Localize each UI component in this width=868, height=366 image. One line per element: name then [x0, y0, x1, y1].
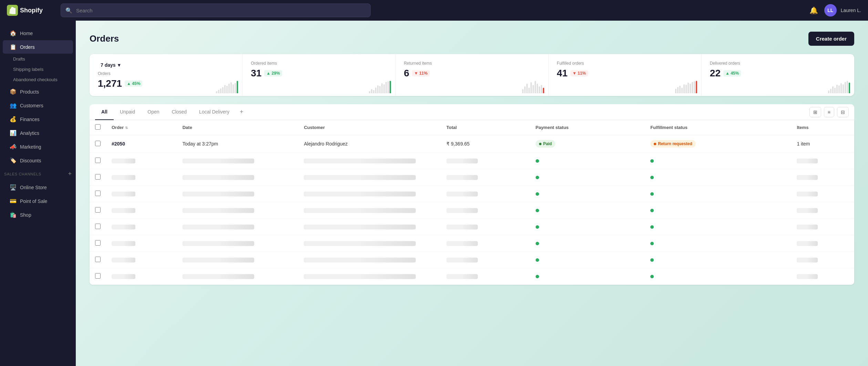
app-logo[interactable]: Shopify — [7, 5, 55, 16]
cell-fulfillment-status — [645, 186, 791, 202]
table-row[interactable]: #2050Today at 3:27pmAlejandro Rodriguez₹… — [90, 135, 854, 153]
sidebar-subitem-shipping-labels[interactable]: Shipping labels — [3, 64, 73, 74]
mini-bar — [696, 81, 697, 93]
orders-table: Order ⇅DateCustomerTotalPayment statusFu… — [90, 120, 854, 285]
cell-date — [177, 169, 299, 186]
chevron-down-icon: ▾ — [118, 62, 120, 68]
sidebar-item-shop[interactable]: 🛍️Shop — [3, 208, 73, 222]
order-link[interactable]: #2050 — [112, 141, 125, 147]
tab-unpaid[interactable]: Unpaid — [114, 104, 141, 120]
main-content: Orders Create order 7 days ▾ Orders 1,27… — [76, 21, 868, 366]
create-order-button[interactable]: Create order — [808, 32, 854, 46]
mini-bar — [685, 85, 687, 93]
table-row[interactable] — [90, 268, 854, 285]
table-row[interactable] — [90, 235, 854, 252]
sales-channels-add-button[interactable]: + — [68, 170, 72, 177]
row-checkbox-cell — [90, 186, 106, 202]
stat-mini-chart — [522, 79, 544, 93]
sidebar: 🏠Home📋OrdersDraftsShipping labelsAbandon… — [0, 21, 76, 366]
cell-customer — [298, 235, 441, 252]
mini-bar — [537, 84, 538, 93]
cell-date: Today at 3:27pm — [177, 135, 299, 153]
discounts-icon: 🏷️ — [10, 157, 17, 164]
column-settings-button[interactable]: ⊟ — [837, 107, 849, 117]
row-checkbox[interactable] — [95, 174, 101, 180]
skeleton-loader — [446, 258, 478, 262]
cell-customer — [298, 186, 441, 202]
mini-bar — [216, 91, 217, 93]
products-icon: 📦 — [10, 88, 17, 95]
skeleton-loader — [797, 258, 817, 262]
sidebar-item-finances[interactable]: 💰Finances — [3, 112, 73, 126]
mini-bar — [541, 85, 542, 93]
mini-bar — [232, 84, 234, 93]
tab-open[interactable]: Open — [141, 104, 165, 120]
sidebar-item-customers[interactable]: 👥Customers — [3, 99, 73, 112]
sidebar-subitem-drafts[interactable]: Drafts — [3, 54, 73, 64]
row-checkbox[interactable] — [95, 240, 101, 246]
sidebar-item-discounts[interactable]: 🏷️Discounts — [3, 154, 73, 167]
topnav-actions: 🔔 LL Lauren L. — [807, 4, 861, 17]
skeleton-loader — [183, 192, 254, 196]
cell-items — [791, 169, 854, 186]
row-checkbox[interactable] — [95, 273, 101, 279]
skeleton-loader — [797, 208, 817, 213]
search-input[interactable] — [61, 3, 371, 17]
cell-order — [106, 186, 177, 202]
sidebar-item-label: Marketing — [20, 144, 41, 150]
sort-button[interactable]: ≡ — [824, 107, 834, 117]
table-row[interactable] — [90, 186, 854, 202]
sidebar-item-label: Customers — [20, 103, 43, 108]
notification-bell-button[interactable]: 🔔 — [807, 4, 820, 17]
fulfillment-status-badge: Return requested — [650, 140, 695, 148]
sidebar-item-orders[interactable]: 📋Orders — [3, 40, 73, 54]
status-dot — [536, 192, 539, 196]
tab-all[interactable]: All — [95, 104, 114, 120]
filter-button[interactable]: ⊞ — [809, 107, 821, 117]
tab-local-delivery[interactable]: Local Delivery — [193, 104, 236, 120]
stat-mini-chart — [216, 79, 238, 93]
cell-customer — [298, 268, 441, 285]
skeleton-loader — [797, 274, 817, 279]
table-row[interactable] — [90, 169, 854, 186]
status-dot — [650, 209, 654, 212]
row-checkbox[interactable] — [95, 207, 101, 213]
sidebar-item-online-store[interactable]: 🖥️Online Store — [3, 181, 73, 194]
row-checkbox[interactable] — [95, 257, 101, 262]
skeleton-loader — [797, 175, 817, 180]
row-checkbox[interactable] — [95, 141, 101, 146]
sidebar-item-products[interactable]: 📦Products — [3, 85, 73, 98]
status-dot — [650, 275, 654, 278]
home-icon: 🏠 — [10, 30, 17, 36]
row-checkbox[interactable] — [95, 191, 101, 196]
skeleton-loader — [797, 192, 817, 196]
stat-mini-chart — [369, 79, 391, 93]
sidebar-item-home[interactable]: 🏠Home — [3, 26, 73, 40]
search-icon: 🔍 — [65, 7, 72, 14]
row-checkbox[interactable] — [95, 224, 101, 229]
table-row[interactable] — [90, 153, 854, 169]
table-row[interactable] — [90, 252, 854, 268]
mini-bar — [836, 85, 838, 93]
sidebar-item-analytics[interactable]: 📊Analytics — [3, 126, 73, 140]
cell-order — [106, 235, 177, 252]
days-selector[interactable]: 7 days ▾ — [98, 61, 123, 69]
select-all-checkbox[interactable] — [95, 124, 101, 130]
table-row[interactable] — [90, 219, 854, 235]
sidebar-subitem-abandoned-checkouts[interactable]: Abandoned checkouts — [3, 75, 73, 85]
sidebar-item-marketing[interactable]: 📣Marketing — [3, 140, 73, 153]
column-header-order[interactable]: Order ⇅ — [106, 120, 177, 135]
user-avatar[interactable]: LL — [824, 4, 837, 17]
status-dot — [536, 159, 539, 163]
cell-fulfillment-status — [645, 169, 791, 186]
table-row[interactable] — [90, 202, 854, 219]
skeleton-loader — [183, 241, 254, 246]
tab-closed[interactable]: Closed — [166, 104, 193, 120]
add-tab-button[interactable]: + — [236, 105, 248, 119]
skeleton-loader — [446, 192, 478, 196]
stat-label: Ordered items — [251, 61, 387, 66]
sidebar-item-point-of-sale[interactable]: 💳Point of Sale — [3, 194, 73, 208]
row-checkbox[interactable] — [95, 158, 101, 163]
skeleton-loader — [446, 175, 478, 180]
cell-date — [177, 153, 299, 169]
